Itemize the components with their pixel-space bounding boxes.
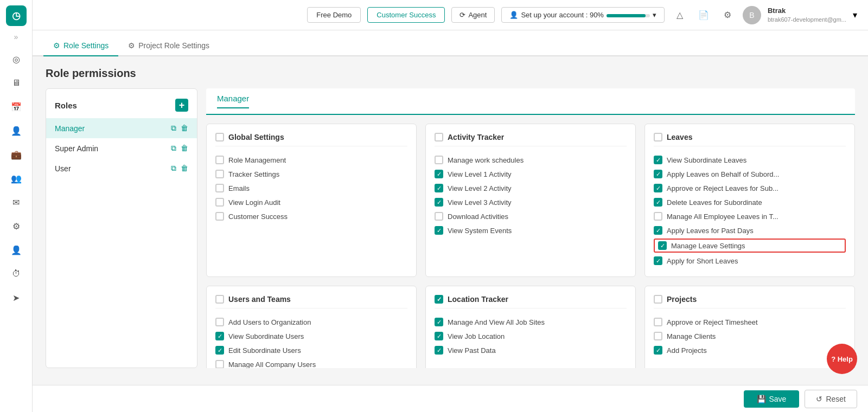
approve-reject-timesheet-checkbox[interactable] xyxy=(654,318,662,326)
delete-superadmin-icon[interactable]: 🗑 xyxy=(181,144,188,153)
role-item-superadmin[interactable]: Super Admin ⧉ 🗑 xyxy=(46,138,197,158)
perm-card-leaves: Leaves ✓ View Subordinate Leaves ✓ Apply… xyxy=(644,124,855,277)
apply-leaves-behalf-checkbox[interactable]: ✓ xyxy=(654,170,662,178)
view-system-events-checkbox[interactable]: ✓ xyxy=(435,226,443,235)
manage-all-company-users-label: Manage All Company Users xyxy=(228,360,316,369)
perm-item-view-login-audit: View Login Audit xyxy=(215,195,407,209)
manage-clients-checkbox[interactable] xyxy=(654,332,662,340)
sidebar-item-dashboard[interactable]: ◎ xyxy=(6,49,27,69)
setup-button[interactable]: 👤 Set up your account : 90% ▾ xyxy=(501,7,664,23)
perm-item-tracker-settings: Tracker Settings xyxy=(215,167,407,181)
permissions-grid: Global Settings Role Management Tracker … xyxy=(206,124,855,368)
app-logo[interactable]: ◷ xyxy=(6,5,27,26)
sidebar-item-user[interactable]: 👤 xyxy=(6,240,27,260)
view-level1-checkbox[interactable]: ✓ xyxy=(435,170,443,178)
view-level2-checkbox[interactable]: ✓ xyxy=(435,184,443,192)
add-role-button[interactable]: + xyxy=(175,99,188,112)
edit-subordinate-users-checkbox[interactable]: ✓ xyxy=(215,346,224,355)
activity-tracker-master-checkbox[interactable] xyxy=(435,133,443,141)
role-item-user[interactable]: User ⧉ 🗑 xyxy=(46,158,197,178)
tracker-settings-checkbox[interactable] xyxy=(215,170,224,178)
view-job-location-checkbox[interactable]: ✓ xyxy=(435,332,443,340)
delete-user-icon[interactable]: 🗑 xyxy=(181,164,188,173)
add-users-org-label: Add Users to Organization xyxy=(228,318,311,326)
user-info: Btrak btrak607-development@gm... xyxy=(768,7,846,23)
manage-all-company-users-checkbox[interactable] xyxy=(215,360,224,368)
role-superadmin-actions: ⧉ 🗑 xyxy=(171,144,188,153)
roles-title: Roles xyxy=(55,101,77,110)
help-button[interactable]: ? Help xyxy=(827,344,857,374)
manage-clients-label: Manage Clients xyxy=(667,332,716,340)
save-button[interactable]: 💾 Save xyxy=(744,390,800,408)
sidebar-item-settings[interactable]: ⚙ xyxy=(6,216,27,236)
alert-icon-btn[interactable]: △ xyxy=(671,7,688,24)
perm-card-projects-header: Projects xyxy=(654,295,846,308)
download-activities-checkbox[interactable] xyxy=(435,212,443,221)
save-label: Save xyxy=(769,395,787,403)
leaves-master-checkbox[interactable] xyxy=(654,133,662,141)
tab-role-settings[interactable]: ⚙ Role Settings xyxy=(43,36,118,56)
copy-manager-icon[interactable]: ⧉ xyxy=(171,124,176,133)
location-tracker-master-checkbox[interactable]: ✓ xyxy=(435,295,443,304)
view-level3-checkbox[interactable]: ✓ xyxy=(435,198,443,207)
view-past-data-label: View Past Data xyxy=(448,346,496,355)
manage-all-employee-leaves-checkbox[interactable] xyxy=(654,212,662,221)
perm-item-view-past-data: ✓ View Past Data xyxy=(435,343,627,357)
users-teams-master-checkbox[interactable] xyxy=(215,295,224,304)
user-dropdown-icon[interactable]: ▾ xyxy=(853,10,857,20)
role-item-manager[interactable]: Manager ⧉ 🗑 xyxy=(46,118,197,138)
perm-item-emails: Emails xyxy=(215,181,407,195)
copy-superadmin-icon[interactable]: ⧉ xyxy=(171,144,176,153)
sidebar-item-calendar[interactable]: 📅 xyxy=(6,96,27,117)
customer-success-checkbox[interactable] xyxy=(215,212,224,221)
view-login-audit-checkbox[interactable] xyxy=(215,198,224,207)
view-past-data-checkbox[interactable]: ✓ xyxy=(435,346,443,355)
add-users-org-checkbox[interactable] xyxy=(215,318,224,326)
apply-short-leaves-checkbox[interactable]: ✓ xyxy=(654,256,662,265)
sidebar-item-monitor[interactable]: 🖥 xyxy=(6,73,27,93)
view-subordinate-users-checkbox[interactable]: ✓ xyxy=(215,332,224,340)
add-projects-checkbox[interactable]: ✓ xyxy=(654,346,662,355)
projects-master-checkbox[interactable] xyxy=(654,295,662,304)
view-subordinate-leaves-checkbox[interactable]: ✓ xyxy=(654,156,662,164)
emails-checkbox[interactable] xyxy=(215,184,224,192)
approve-reject-timesheet-label: Approve or Reject Timesheet xyxy=(667,318,758,326)
reset-button[interactable]: ↺ Reset xyxy=(805,390,857,408)
agent-label: Agent xyxy=(468,11,487,19)
sidebar-item-briefcase[interactable]: 💼 xyxy=(6,144,27,165)
delete-leaves-checkbox[interactable]: ✓ xyxy=(654,198,662,207)
free-demo-button[interactable]: Free Demo xyxy=(307,7,361,23)
manage-work-schedules-checkbox[interactable] xyxy=(435,156,443,164)
apply-leaves-past-checkbox[interactable]: ✓ xyxy=(654,226,662,235)
perm-item-view-system-events: ✓ View System Events xyxy=(435,223,627,237)
customer-success-button[interactable]: Customer Success xyxy=(367,7,445,23)
manage-leave-settings-checkbox[interactable]: ✓ xyxy=(658,241,667,250)
gear-icon-btn[interactable]: ⚙ xyxy=(719,7,736,24)
approve-reject-leaves-checkbox[interactable]: ✓ xyxy=(654,184,662,192)
global-settings-master-checkbox[interactable] xyxy=(215,133,224,141)
sidebar-item-people[interactable]: 👤 xyxy=(6,120,27,141)
apply-short-leaves-label: Apply for Short Leaves xyxy=(667,257,738,265)
doc-icon-btn[interactable]: 📄 xyxy=(695,7,712,24)
perm-item-view-level1: ✓ View Level 1 Activity xyxy=(435,167,627,181)
perm-card-activity-tracker: Activity Tracker Manage work schedules ✓… xyxy=(425,124,636,277)
sidebar-item-clock[interactable]: ⏱ xyxy=(6,263,27,284)
agent-button[interactable]: ⟳ Agent xyxy=(451,7,495,23)
perm-card-projects: Projects Approve or Reject Timesheet Man… xyxy=(644,286,855,368)
role-tab-header: Manager xyxy=(206,88,855,115)
perm-item-view-subordinate-leaves: ✓ View Subordinate Leaves xyxy=(654,153,846,167)
perm-item-view-level2: ✓ View Level 2 Activity xyxy=(435,181,627,195)
person-icon: 👤 xyxy=(509,11,518,19)
avatar[interactable]: B xyxy=(743,6,761,24)
copy-user-icon[interactable]: ⧉ xyxy=(171,164,176,173)
sidebar-item-send[interactable]: ➤ xyxy=(6,287,27,308)
sidebar-expand-btn[interactable]: » xyxy=(14,33,18,41)
view-subordinate-users-label: View Subordinate Users xyxy=(228,332,304,340)
sidebar-item-team[interactable]: 👥 xyxy=(6,168,27,189)
tab-project-role-settings[interactable]: ⚙ Project Role Settings xyxy=(118,36,219,56)
sidebar-item-mail[interactable]: ✉ xyxy=(6,192,27,213)
delete-manager-icon[interactable]: 🗑 xyxy=(181,124,188,133)
role-management-checkbox[interactable] xyxy=(215,156,224,164)
manage-view-job-sites-checkbox[interactable]: ✓ xyxy=(435,318,443,326)
user-email: btrak607-development@gm... xyxy=(768,16,846,23)
